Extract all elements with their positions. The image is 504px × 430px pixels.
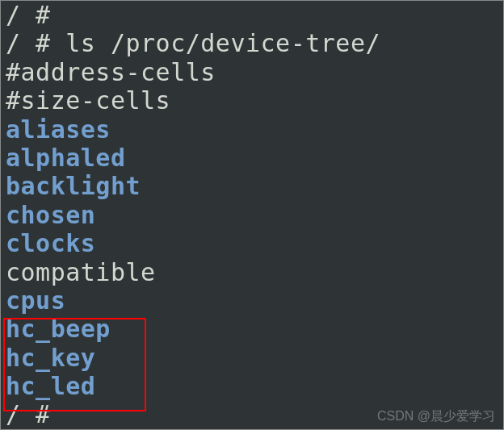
entry-clocks: clocks: [6, 229, 498, 257]
entry-hc-led: hc_led: [6, 372, 498, 400]
entry-hc-key: hc_key: [6, 344, 498, 372]
command-line[interactable]: / # ls /proc/device-tree/: [6, 29, 498, 57]
prompt-line: / #: [6, 1, 498, 29]
watermark-text: CSDN @晨少爱学习: [377, 409, 495, 424]
entry-alphaled: alphaled: [6, 144, 498, 172]
entry-size-cells: #size-cells: [6, 86, 498, 115]
entry-address-cells: #address-cells: [6, 58, 498, 86]
entry-cpus: cpus: [6, 286, 498, 315]
entry-aliases: aliases: [6, 115, 498, 144]
entry-hc-beep: hc_beep: [6, 315, 498, 343]
entry-chosen: chosen: [6, 201, 498, 229]
entry-backlight: backlight: [6, 172, 498, 200]
entry-compatible: compatible: [6, 258, 498, 286]
